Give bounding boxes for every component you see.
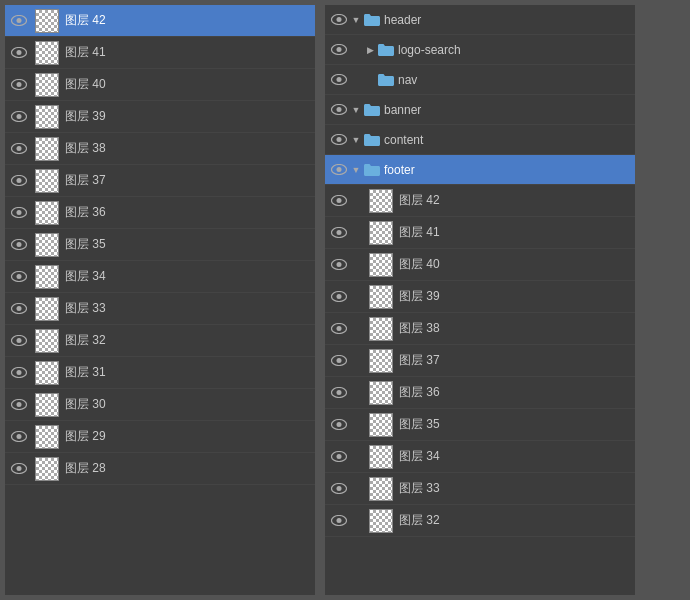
layer-row[interactable]: 图层 39 — [5, 101, 315, 133]
layer-thumbnail — [35, 169, 59, 193]
eye-icon[interactable] — [9, 75, 29, 95]
layer-thumbnail — [369, 317, 393, 341]
layer-thumbnail — [35, 361, 59, 385]
eye-icon[interactable] — [329, 10, 349, 30]
eye-icon[interactable] — [9, 267, 29, 287]
folder-icon — [363, 131, 381, 149]
layer-label: 图层 35 — [399, 416, 440, 433]
layer-thumbnail — [35, 329, 59, 353]
eye-icon[interactable] — [9, 203, 29, 223]
layer-row[interactable]: 图层 30 — [5, 389, 315, 421]
eye-icon[interactable] — [329, 287, 349, 307]
eye-icon[interactable] — [9, 43, 29, 63]
eye-icon[interactable] — [329, 40, 349, 60]
tree-row-footer[interactable]: ▼ footer — [325, 155, 635, 185]
sub-layer-row[interactable]: 图层 40 — [325, 249, 635, 281]
layer-label: 图层 35 — [65, 236, 106, 253]
eye-icon[interactable] — [9, 139, 29, 159]
eye-icon[interactable] — [9, 11, 29, 31]
eye-icon[interactable] — [329, 223, 349, 243]
eye-icon[interactable] — [329, 130, 349, 150]
arrow-down-icon[interactable]: ▼ — [349, 103, 363, 117]
eye-icon[interactable] — [9, 235, 29, 255]
layer-row[interactable]: 图层 34 — [5, 261, 315, 293]
svg-point-49 — [337, 294, 342, 299]
layer-row[interactable]: 图层 33 — [5, 293, 315, 325]
arrow-down-icon[interactable]: ▼ — [349, 13, 363, 27]
tree-row-banner[interactable]: ▼ banner — [325, 95, 635, 125]
layer-label: 图层 42 — [65, 12, 106, 29]
layer-row[interactable]: 图层 38 — [5, 133, 315, 165]
sub-layer-row[interactable]: 图层 35 — [325, 409, 635, 441]
eye-icon[interactable] — [329, 415, 349, 435]
layer-label: 图层 38 — [399, 320, 440, 337]
eye-icon[interactable] — [329, 70, 349, 90]
eye-icon[interactable] — [9, 299, 29, 319]
eye-icon[interactable] — [9, 459, 29, 479]
layer-label: 图层 39 — [65, 108, 106, 125]
arrow-down-icon[interactable]: ▼ — [349, 163, 363, 177]
left-layers-panel[interactable]: 图层 42 图层 41 图层 40 图层 39 图层 38 图层 37 图层 3… — [5, 5, 315, 595]
eye-icon[interactable] — [9, 107, 29, 127]
svg-point-51 — [337, 326, 342, 331]
layer-row[interactable]: 图层 36 — [5, 197, 315, 229]
eye-icon[interactable] — [9, 427, 29, 447]
svg-point-7 — [17, 114, 22, 119]
layer-row[interactable]: 图层 32 — [5, 325, 315, 357]
eye-icon[interactable] — [329, 383, 349, 403]
svg-point-41 — [337, 167, 342, 172]
sub-layer-row[interactable]: 图层 39 — [325, 281, 635, 313]
sub-layer-row[interactable]: 图层 34 — [325, 441, 635, 473]
sub-layer-row[interactable]: 图层 37 — [325, 345, 635, 377]
tree-row-logo-search[interactable]: ▶ logo-search — [325, 35, 635, 65]
eye-icon[interactable] — [329, 100, 349, 120]
eye-icon[interactable] — [9, 395, 29, 415]
sub-layer-row[interactable]: 图层 32 — [325, 505, 635, 537]
svg-point-21 — [17, 338, 22, 343]
eye-icon[interactable] — [329, 319, 349, 339]
eye-icon[interactable] — [329, 351, 349, 371]
layer-row[interactable]: 图层 40 — [5, 69, 315, 101]
layer-thumbnail — [369, 349, 393, 373]
eye-icon[interactable] — [9, 171, 29, 191]
layer-label: 图层 33 — [65, 300, 106, 317]
eye-icon[interactable] — [329, 255, 349, 275]
layer-label: 图层 36 — [399, 384, 440, 401]
svg-point-53 — [337, 358, 342, 363]
layer-label: 图层 30 — [65, 396, 106, 413]
sub-layer-row[interactable]: 图层 38 — [325, 313, 635, 345]
tree-row-content[interactable]: ▼ content — [325, 125, 635, 155]
layer-label: 图层 32 — [65, 332, 106, 349]
layer-thumbnail — [369, 253, 393, 277]
eye-icon[interactable] — [329, 191, 349, 211]
layer-row[interactable]: 图层 35 — [5, 229, 315, 261]
layer-row[interactable]: 图层 42 — [5, 5, 315, 37]
layer-label: 图层 36 — [65, 204, 106, 221]
layer-row[interactable]: 图层 28 — [5, 453, 315, 485]
eye-icon[interactable] — [329, 511, 349, 531]
layer-thumbnail — [35, 265, 59, 289]
arrow-right-icon[interactable]: ▶ — [363, 43, 377, 57]
arrow-down-icon[interactable]: ▼ — [349, 133, 363, 147]
svg-point-47 — [337, 262, 342, 267]
sub-layer-row[interactable]: 图层 42 — [325, 185, 635, 217]
tree-row-nav[interactable]: ▶ nav — [325, 65, 635, 95]
layer-row[interactable]: 图层 31 — [5, 357, 315, 389]
folder-icon — [377, 71, 395, 89]
eye-icon[interactable] — [9, 363, 29, 383]
eye-icon[interactable] — [329, 479, 349, 499]
right-tree-panel[interactable]: ▼ header ▶ logo-search ▶ nav ▼ banner ▼ … — [325, 5, 635, 595]
tree-row-header[interactable]: ▼ header — [325, 5, 635, 35]
layer-row[interactable]: 图层 29 — [5, 421, 315, 453]
layer-row[interactable]: 图层 41 — [5, 37, 315, 69]
sub-layer-row[interactable]: 图层 33 — [325, 473, 635, 505]
layer-thumbnail — [35, 457, 59, 481]
sub-layer-row[interactable]: 图层 41 — [325, 217, 635, 249]
layer-thumbnail — [369, 509, 393, 533]
sub-layer-row[interactable]: 图层 36 — [325, 377, 635, 409]
eye-icon[interactable] — [9, 331, 29, 351]
eye-icon[interactable] — [329, 160, 349, 180]
eye-icon[interactable] — [329, 447, 349, 467]
layer-thumbnail — [35, 105, 59, 129]
layer-row[interactable]: 图层 37 — [5, 165, 315, 197]
